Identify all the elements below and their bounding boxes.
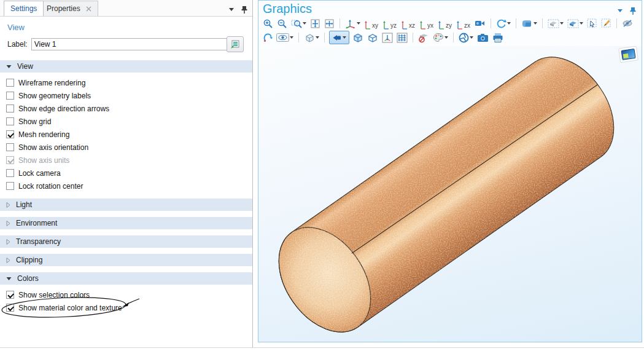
tab-settings[interactable]: Settings — [4, 1, 44, 16]
section-header-transparency[interactable]: Transparency — [0, 235, 252, 248]
view-zy-button[interactable]: zy — [437, 17, 453, 30]
color-off-button[interactable] — [417, 31, 430, 44]
checkbox-row-show-edge-direction-arrows[interactable]: Show edge direction arrows — [6, 102, 252, 115]
transparency-button[interactable] — [303, 31, 320, 44]
pin-icon[interactable] — [241, 6, 247, 14]
transparent-cube-icon — [304, 33, 315, 43]
default-view-icon — [345, 18, 356, 29]
zoom-box-icon — [291, 18, 302, 29]
axis-icon — [402, 20, 408, 30]
rotate-dropdown[interactable] — [507, 22, 511, 25]
graphics-menu-chevron-down-icon[interactable] — [618, 9, 623, 12]
graphics-toolbar-row2 — [262, 31, 642, 44]
graphics-panel: Graphics — [258, 0, 642, 342]
snapshot-button[interactable] — [458, 31, 474, 44]
scene-light-button[interactable] — [329, 31, 349, 44]
deselect-objects-button[interactable] — [567, 17, 584, 30]
scene-camera-button[interactable] — [474, 17, 486, 30]
view-yz-button[interactable]: yz — [382, 17, 398, 30]
graphics-canvas[interactable] — [258, 46, 642, 342]
zoom-box-button[interactable] — [290, 17, 307, 30]
zoom-out-button[interactable] — [276, 17, 288, 30]
scene-light-dropdown[interactable] — [343, 36, 346, 39]
checkbox-row-lock-rotation-center[interactable]: Lock rotation center — [6, 179, 252, 192]
projection-dropdown[interactable] — [533, 22, 537, 25]
checkbox-row-show-grid[interactable]: Show grid — [6, 115, 252, 128]
close-icon[interactable] — [86, 6, 91, 12]
skybox-button[interactable] — [367, 31, 379, 44]
axis-in-box-icon — [382, 33, 393, 43]
show-grid-button[interactable] — [396, 31, 408, 44]
select-objects-button[interactable] — [547, 17, 564, 30]
panel-menu-chevron-down-icon[interactable] — [229, 8, 234, 11]
zoom-in-button[interactable] — [262, 17, 274, 30]
checkbox-row-wireframe-rendering[interactable]: Wireframe rendering — [6, 76, 252, 89]
checkbox-row-show-selection-colors[interactable]: Show selection colors — [6, 288, 252, 301]
orbit-button[interactable] — [262, 31, 273, 44]
hide-selected-button[interactable] — [621, 17, 634, 30]
view-xy-button[interactable]: xy — [363, 17, 379, 30]
deselect-objects-dropdown[interactable] — [580, 22, 583, 25]
snapshot-dropdown[interactable] — [470, 36, 473, 39]
view-yx-button[interactable]: yx — [419, 17, 435, 30]
checkbox[interactable] — [6, 92, 14, 100]
view-zx-button[interactable]: zx — [456, 17, 471, 30]
tab-properties[interactable]: Properties — [40, 1, 98, 16]
section-header-colors[interactable]: Colors — [0, 272, 252, 285]
checkbox-row-show-geometry-labels[interactable]: Show geometry labels — [6, 89, 252, 102]
select-objects-dropdown[interactable] — [560, 22, 564, 25]
checkbox[interactable] — [6, 291, 14, 299]
default-view-dropdown[interactable] — [357, 22, 360, 25]
axis-icon — [420, 20, 426, 30]
checkbox[interactable] — [6, 79, 14, 87]
section-header-view[interactable]: View — [0, 60, 252, 73]
image-capture-button[interactable] — [476, 31, 489, 44]
go-to-default-view-button[interactable] — [344, 17, 361, 30]
expand-arrow-icon — [6, 239, 10, 245]
transparency-dropdown[interactable] — [316, 36, 319, 39]
zoom-extents-icon — [310, 18, 320, 29]
view-xz-button[interactable]: xz — [400, 17, 416, 30]
plot-window-icon[interactable] — [619, 46, 638, 63]
section-title: View — [17, 62, 33, 71]
checkbox[interactable] — [6, 169, 14, 177]
print-button[interactable] — [492, 31, 504, 44]
checkbox[interactable] — [6, 105, 14, 112]
zoom-to-selection-button[interactable] — [324, 17, 335, 30]
graphics-pin-icon[interactable] — [630, 7, 636, 15]
color-palette-button[interactable] — [432, 31, 449, 44]
checkbox[interactable] — [6, 117, 14, 125]
section-title: Transparency — [16, 237, 61, 246]
palette-dropdown[interactable] — [444, 36, 448, 39]
collapse-arrow-icon — [6, 65, 12, 69]
printer-icon — [492, 33, 503, 42]
checkbox[interactable] — [6, 143, 14, 151]
box-select-button[interactable] — [586, 17, 598, 30]
axis-orientation-button[interactable] — [381, 31, 394, 44]
rotate-view-button[interactable] — [495, 17, 511, 30]
orbit-icon — [263, 33, 273, 42]
shaded-cube-icon — [352, 33, 363, 43]
page-title: View — [7, 23, 252, 32]
checkbox[interactable] — [6, 182, 14, 190]
checkbox-row-mesh-rendering[interactable]: Mesh rendering — [6, 128, 252, 141]
checkbox[interactable] — [6, 130, 14, 138]
checkbox[interactable] — [6, 304, 14, 312]
zoom-extents-button[interactable] — [309, 17, 321, 30]
visibility-button[interactable] — [276, 31, 294, 44]
checkbox-row-lock-camera[interactable]: Lock camera — [6, 167, 252, 179]
checkbox-row-show-material-color-and-texture[interactable]: Show material color and texture — [6, 301, 252, 314]
rename-button[interactable] — [227, 36, 244, 52]
section-header-light[interactable]: Light — [0, 199, 252, 211]
environment-reflections-button[interactable] — [352, 31, 364, 44]
projection-button[interactable] — [521, 17, 538, 30]
section-header-environment[interactable]: Environment — [0, 217, 252, 229]
checkbox-row-show-axis-orientation[interactable]: Show axis orientation — [6, 141, 252, 154]
open-box-icon — [367, 33, 378, 43]
zoom-box-dropdown[interactable] — [303, 22, 306, 25]
clear-selection-button[interactable] — [600, 17, 612, 30]
label-input[interactable] — [31, 38, 228, 50]
visibility-dropdown[interactable] — [290, 36, 293, 39]
copper-cylinder-3d-model — [258, 46, 642, 342]
section-header-clipping[interactable]: Clipping — [0, 254, 252, 266]
